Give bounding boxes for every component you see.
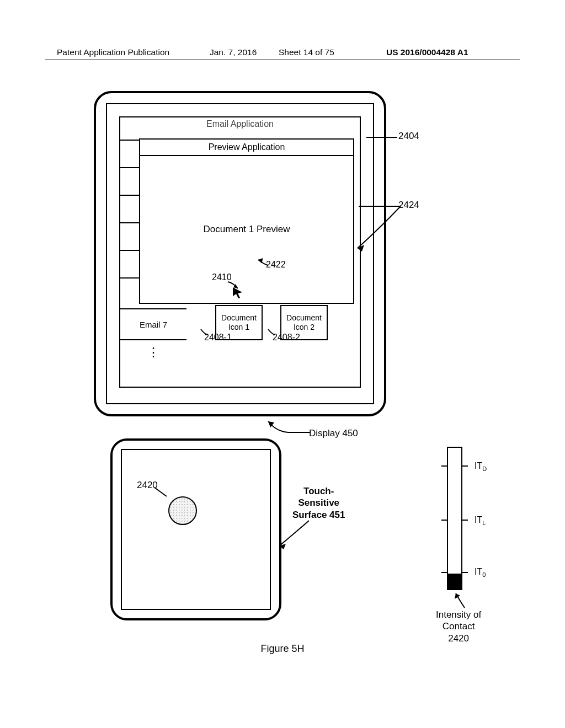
touch-surface[interactable] — [121, 449, 271, 610]
intensity-fill — [448, 574, 461, 589]
email-list-item[interactable]: Email 7 — [120, 308, 186, 339]
ref-2404: 2404 — [398, 131, 419, 142]
leader-2408-2 — [266, 327, 277, 339]
header-rule — [45, 60, 520, 60]
preview-app-window: Preview Application Document 1 Preview — [139, 138, 354, 304]
preview-body: Document 1 Preview — [140, 156, 353, 303]
contact-point-icon — [168, 496, 197, 525]
leader-2420 — [153, 485, 170, 502]
header-date: Jan. 7, 2016 — [210, 47, 257, 57]
tick — [441, 572, 447, 573]
tick — [441, 465, 447, 467]
leader-2404 — [366, 133, 399, 143]
header-sheet: Sheet 14 of 75 — [279, 47, 334, 57]
figure-caption: Figure 5H — [0, 643, 565, 655]
email-list-more: ⋮ — [120, 339, 186, 363]
svg-line-7 — [154, 488, 167, 496]
display-label: Display 450 — [309, 427, 358, 439]
email-app-title: Email Application — [120, 117, 360, 133]
ellipsis-icon: ⋮ — [147, 349, 159, 355]
header-publication: Patent Application Publication — [57, 47, 169, 57]
email-list-label: Email 7 — [140, 320, 167, 329]
touch-surface-device — [110, 438, 281, 620]
touch-surface-label: Touch- Sensitive Surface 451 — [292, 485, 345, 521]
header-pubno: US 2016/0004428 A1 — [386, 47, 468, 57]
display-screen: Email Application Email 6 Email 7 ⋮ Docu… — [106, 103, 374, 404]
leader-2410 — [226, 280, 242, 295]
tick — [462, 572, 468, 573]
tick — [441, 520, 447, 521]
intensity-tick-d: ITD — [475, 461, 487, 472]
tick — [462, 520, 468, 521]
document-icon-2-label: Document Icon 2 — [286, 313, 322, 333]
leader-2408-1 — [199, 327, 210, 339]
preview-body-text: Document 1 Preview — [204, 224, 290, 235]
leader-display — [265, 418, 315, 439]
leader-touch — [276, 518, 315, 554]
intensity-tick-l: ITL — [475, 515, 486, 526]
tick — [462, 465, 468, 467]
document-icon-1-label: Document Icon 1 — [221, 313, 257, 333]
leader-2424 — [353, 205, 408, 257]
leader-2422 — [255, 256, 270, 270]
display-device: Email Application Email 6 Email 7 ⋮ Docu… — [94, 91, 386, 416]
preview-app-title: Preview Application — [140, 140, 353, 156]
intensity-tick-0: IT0 — [475, 567, 486, 578]
intensity-label: Intensity of Contact 2420 — [436, 609, 481, 644]
svg-marker-9 — [455, 593, 460, 599]
intensity-meter — [447, 447, 462, 590]
